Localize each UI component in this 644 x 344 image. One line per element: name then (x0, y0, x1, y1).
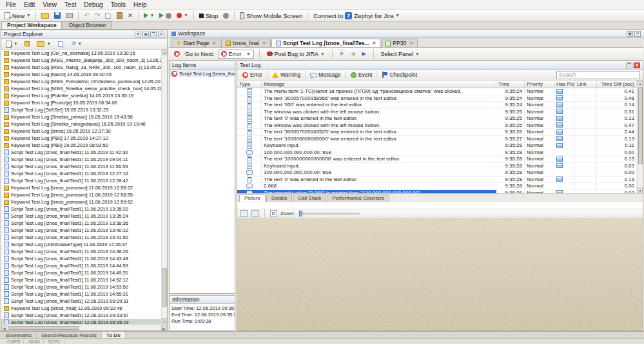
scroll-right-icon[interactable]: ▶ (161, 325, 167, 330)
tree-item[interactable]: Script Test Log [Iznos_final\Test1] 11.0… (1, 205, 161, 213)
pause-button[interactable] (221, 12, 231, 19)
tree-item[interactable]: Script Test Log [Iznos_final\Test1] 11.0… (1, 255, 161, 262)
filter-error[interactable]: Error (240, 71, 265, 79)
detail-tab-performance-counters[interactable]: Performance Counters (327, 195, 389, 202)
print-button[interactable] (64, 12, 75, 19)
column-header-priority[interactable]: Priority (525, 81, 554, 88)
show-mobile-screen-button[interactable]: Show Mobile Screen (238, 12, 304, 20)
open-project-button[interactable]: ▼ (35, 41, 52, 48)
column-header-link[interactable]: Link (575, 81, 597, 88)
menu-debug[interactable]: Debug (80, 1, 106, 8)
picture-icon[interactable] (556, 95, 563, 100)
delete-button[interactable]: ✕ (126, 12, 135, 19)
menu-edit[interactable]: Edit (20, 1, 39, 8)
log-row[interactable]: 2,0689:35:28Normal0.00 (237, 183, 637, 190)
tree-item[interactable]: Keyword Test Log [Nacin] 14.05.2019 09:4… (1, 71, 161, 78)
previous-result-button[interactable]: ◀ (349, 50, 356, 58)
bottom-tab-bookmarks[interactable]: Bookmarks (1, 332, 37, 338)
panel-tab-object-browser[interactable]: Object Browser (63, 21, 112, 29)
tree-horizontal-scrollbar[interactable]: ◀ ▶ (1, 324, 167, 330)
tree-item[interactable]: Script Test Log [Iznos_final\Test1] 11.0… (1, 220, 161, 227)
close-tab-icon[interactable]: ✕ (212, 41, 216, 46)
redo-button[interactable]: ↷ (93, 12, 102, 19)
close-icon[interactable]: ✕ (158, 32, 164, 37)
doc-tab-pp30[interactable]: PP30✕ (381, 39, 418, 47)
tree-item[interactable]: Script Test Log [Iznos_final\Test1] 11.0… (1, 276, 161, 283)
tree-item[interactable]: Script Test Log [Iznos_final\Test1] 11.0… (1, 269, 161, 276)
scrollbar-thumb[interactable] (8, 326, 79, 330)
tree-item[interactable]: Keyword Test Log [MSG_Polnoletno_O/Vlast… (1, 78, 161, 85)
log-grid-scrollbar[interactable]: ▲ ▼ (637, 81, 643, 193)
tree-item[interactable]: Keyword Test Log [Pokritie_smetka] 14.05… (1, 92, 161, 99)
picture-icon[interactable] (556, 102, 563, 108)
select-panel-button[interactable]: Select Panel ▼ (379, 50, 422, 58)
run-test-button[interactable]: ▼ (142, 12, 156, 19)
column-header-has-picture[interactable]: Has Picture (554, 81, 575, 88)
float-icon[interactable]: ❐ (150, 32, 157, 37)
picture-icon[interactable] (556, 157, 563, 162)
fit-to-window-button[interactable] (270, 210, 277, 217)
bottom-tab-to-do[interactable]: To Do (102, 332, 126, 338)
add-item-button[interactable]: ▼ (4, 40, 19, 48)
picture-icon[interactable] (556, 122, 563, 128)
menu-test[interactable]: Test (61, 1, 80, 8)
close-tab-icon[interactable]: ✕ (409, 41, 413, 46)
tree-item[interactable]: Script Test Log [Sef\Sef] 15.05.2019 13:… (1, 106, 161, 113)
detail-tab-call-stack[interactable]: Call Stack (293, 195, 326, 202)
tree-item[interactable]: Keyword Test Log [Iznos_pomosno] 11.06.2… (1, 184, 161, 191)
tree-item[interactable]: Keyword Test Log [MSG_Nalog_za_NRM_300_1… (1, 64, 161, 71)
menu-tools[interactable]: Tools (107, 1, 130, 8)
log-row[interactable]: The text '0' was entered in the text edi… (237, 177, 637, 184)
log-row[interactable]: 100,000,000,000,000.00: true9:35:28Norma… (237, 169, 637, 177)
tree-item[interactable]: Keyword Test Log [Iznos_pomosno] 11.06.2… (1, 198, 161, 205)
log-row[interactable]: The window was clicked with the left mou… (237, 109, 637, 116)
scroll-down-icon[interactable]: ▼ (638, 187, 643, 193)
rename-button[interactable] (23, 41, 32, 47)
undo-button[interactable]: ↶ (82, 12, 91, 19)
picture-icon[interactable] (556, 177, 563, 182)
tree-item[interactable]: Keyword Test Log [PB0] 17.05.2019 14:27:… (1, 135, 161, 142)
scrollbar-thumb[interactable] (638, 87, 643, 164)
log-row[interactable]: The text '300057020163525' was entered i… (237, 129, 637, 136)
tree-item[interactable]: Script Test Log [Iznos_final\Test1] 12.0… (1, 298, 161, 305)
save-picture-button[interactable] (240, 210, 248, 217)
tree-item[interactable]: Script Test Log [Iznos_final\Test1] 11.0… (1, 291, 161, 298)
dropdown-icon[interactable]: ▼ (135, 32, 141, 37)
menu-file[interactable]: File (2, 1, 20, 8)
tree-item[interactable]: Script Test Log [Unit3\ValueType] 11.06.… (1, 241, 161, 248)
bottom-tab-search-replace-results[interactable]: Search/Replace Results (37, 332, 102, 338)
log-row[interactable]: The text '300057020158966' was entered i… (237, 95, 637, 102)
filter-message[interactable]: Message (307, 71, 344, 79)
doc-tab-iznos-final[interactable]: Iznos_final✕ (221, 39, 271, 47)
log-row[interactable]: The text '0' was entered in the text edi… (237, 115, 637, 122)
picture-icon[interactable] (556, 109, 563, 114)
next-result-button[interactable]: ▶ (360, 50, 367, 58)
tree-item[interactable]: Keyword Test Log [Provizija] 15.05.2019 … (1, 99, 161, 106)
filter-checkpoint[interactable]: Checkpoint (379, 71, 420, 79)
picture-icon[interactable] (556, 143, 563, 148)
tree-item[interactable]: Keyword Test Log [Smetka_nalogodavac] 16… (1, 120, 161, 128)
menu-help[interactable]: Help (130, 1, 151, 8)
tree-item[interactable]: Script Test Log [Iznos_final\Test1] 12.0… (1, 319, 161, 324)
refresh-button[interactable]: ⟳▼ (70, 40, 84, 48)
tree-item[interactable]: Keyword Test Log [Iznos] 16.05.2019 12:3… (1, 128, 161, 135)
tree-item[interactable]: Script Test Log [Iznos_final\Test1] 11.0… (1, 170, 161, 177)
pin-icon[interactable]: ▣ (142, 32, 149, 37)
tree-item[interactable]: Keyword Test Log [MSG_Smetka_nema_pokrit… (1, 85, 161, 92)
picture-icon[interactable] (556, 129, 563, 135)
scroll-down-icon[interactable]: ▼ (162, 318, 167, 324)
save-button[interactable] (52, 12, 63, 19)
tree-item[interactable]: Script Test Log [Iznos_final\Test1] 11.0… (1, 156, 161, 163)
log-row[interactable]: Keyboard input.9:35:28Normal0.11 (237, 142, 637, 149)
tree-item[interactable]: Script Test Log [Iznos_final\Test1] 11.0… (1, 227, 161, 234)
tree-vertical-scrollbar[interactable]: ▲ ▼ (161, 50, 167, 324)
close-tab-icon[interactable]: ✕ (262, 41, 266, 46)
run-routine-button[interactable] (157, 12, 173, 19)
log-row[interactable]: The text '1000000000000000' was entered … (237, 156, 637, 163)
column-header-time[interactable]: Time (496, 81, 525, 88)
column-header-type[interactable]: Type (237, 81, 262, 88)
copy-button[interactable] (103, 12, 113, 19)
panel-tab-project-workspace[interactable]: Project Workspace (1, 21, 62, 29)
tree-item[interactable]: Script Test Log [Iznos_final\Test1] 11.0… (1, 234, 161, 241)
log-row[interactable]: The text '100000000000000' was entered i… (237, 136, 637, 143)
